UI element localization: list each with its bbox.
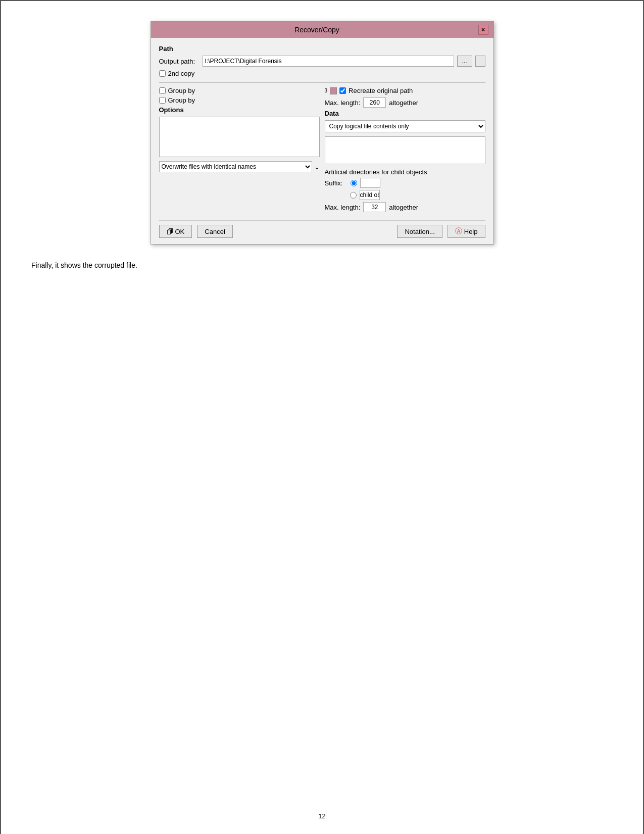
groupby-checkbox-1[interactable] (159, 87, 166, 94)
cancel-button[interactable]: Cancel (197, 225, 232, 238)
options-inner: Overwrite files with identical names ⌄ (159, 117, 320, 172)
ok-label: OK (175, 228, 185, 235)
bottom-bar: 🗍 OK Cancel Notation... Ⓐ Help (159, 220, 485, 238)
path-label: Path (159, 45, 485, 53)
ok-icon: 🗍 (167, 228, 173, 235)
browse-button[interactable]: ... (457, 56, 472, 67)
path-section: Path Output path: ... 2nd copy (159, 45, 485, 77)
suffix-maxlen-row: Max. length: altogether (325, 202, 485, 212)
body-text: Finally, it shows the corrupted file. (31, 260, 613, 271)
bottom-right: Notation... Ⓐ Help (397, 225, 485, 238)
dialog-title: Recover/Copy (156, 26, 478, 34)
recreate-row: 3 Recreate original path (325, 87, 485, 94)
suffix-row-2 (350, 190, 485, 200)
groupby-checkbox-2[interactable] (159, 97, 166, 104)
overwrite-chevron-icon: ⌄ (314, 163, 320, 171)
notation-button[interactable]: Notation... (397, 225, 442, 238)
dialog-titlebar: Recover/Copy × (151, 22, 493, 38)
suffix-radio-2[interactable] (350, 192, 357, 199)
options-content-area (159, 117, 320, 157)
maxlen-suffix: altogether (389, 99, 418, 107)
close-button[interactable]: × (478, 25, 488, 35)
left-col: Group by Group by Options (159, 87, 320, 214)
suffix-maxlen-input[interactable] (363, 202, 386, 212)
artdir-label: Artificial directories for child objects (325, 168, 485, 176)
suffix-maxlen-label: Max. length: (325, 204, 361, 211)
data-content-box (325, 136, 485, 164)
help-button[interactable]: Ⓐ Help (448, 225, 485, 238)
options-label: Options (159, 106, 320, 114)
suffix-label: Suffix: (325, 179, 348, 187)
main-area: Group by Group by Options (159, 87, 485, 214)
recreate-path-label: Recreate original path (349, 87, 413, 94)
second-copy-label: 2nd copy (168, 70, 195, 77)
suffix-radio-1[interactable] (351, 180, 357, 186)
data-section: Data Copy logical file contents only Art… (325, 110, 485, 212)
maxlen-input[interactable] (363, 97, 386, 108)
groupby-label-2: Group by (168, 96, 195, 104)
child-objects-input[interactable] (360, 190, 380, 200)
help-label: Help (464, 228, 478, 235)
suffix-row-1: Suffix: (325, 178, 485, 188)
page-number: 12 (318, 812, 325, 820)
small-square-icon (330, 87, 337, 94)
right-col: 3 Recreate original path Max. length: al… (325, 87, 485, 214)
data-label: Data (325, 110, 485, 117)
suffix-maxlen-suffix: altogether (389, 204, 418, 211)
groupby-row-1: Group by (159, 87, 320, 94)
maxlen-row: Max. length: altogether (325, 97, 485, 108)
suffix-text-input[interactable] (360, 178, 380, 188)
recreate-path-checkbox[interactable] (339, 87, 346, 94)
page: Recover/Copy × Path Output path: ... (1, 1, 643, 834)
data-dropdown[interactable]: Copy logical file contents only (325, 120, 485, 132)
dialog-body: Path Output path: ... 2nd copy (151, 38, 493, 244)
second-copy-checkbox[interactable] (159, 70, 166, 77)
output-path-input[interactable] (203, 56, 454, 67)
recover-copy-dialog: Recover/Copy × Path Output path: ... (151, 21, 494, 244)
overwrite-select[interactable]: Overwrite files with identical names (159, 161, 312, 172)
help-icon: Ⓐ (455, 227, 462, 236)
second-copy-row: 2nd copy (159, 70, 485, 77)
dialog-wrapper: Recover/Copy × Path Output path: ... (31, 21, 613, 244)
bottom-left: 🗍 OK Cancel (159, 225, 233, 238)
ok-button[interactable]: 🗍 OK (159, 225, 192, 238)
options-section: Options Overwrite files with identical n… (159, 106, 320, 172)
groupby-label-1: Group by (168, 87, 195, 94)
output-path-row: Output path: ... (159, 56, 485, 67)
folder-icon-button[interactable] (475, 56, 485, 67)
options-dropdown-row: Overwrite files with identical names ⌄ (159, 161, 320, 172)
groupby-row-2: Group by (159, 96, 320, 104)
output-path-label: Output path: (159, 58, 200, 65)
maxlen-label: Max. length: (325, 99, 361, 107)
superscript-3: 3 (325, 88, 328, 93)
